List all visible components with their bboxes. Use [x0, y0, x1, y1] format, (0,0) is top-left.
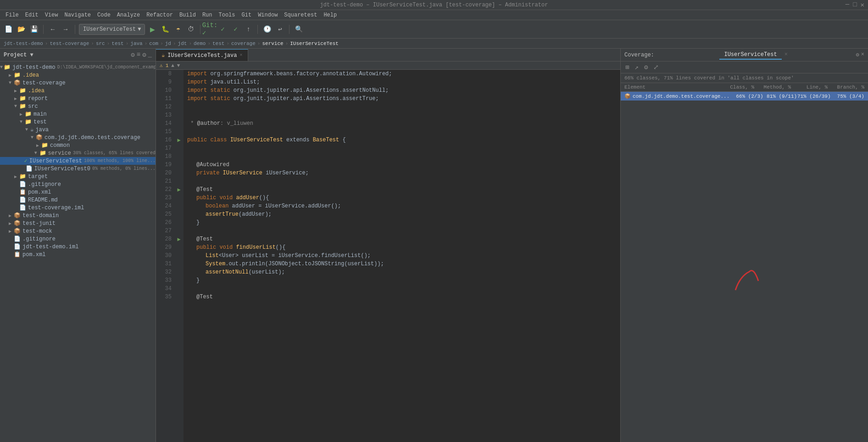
tree-pom[interactable]: 📋 pom.xml: [0, 188, 156, 196]
tree-iuserservicetest0[interactable]: 📄 IUserServiceTest0 0% methods, 0% lines…: [0, 165, 156, 173]
root-expand-icon: ▼: [0, 65, 3, 70]
menu-squaretest[interactable]: Squaretest: [281, 11, 320, 19]
search-button[interactable]: 🔍: [293, 24, 304, 35]
coverage-tab-close[interactable]: ×: [782, 50, 790, 60]
cov-export-btn[interactable]: ↗: [633, 62, 640, 72]
menu-git[interactable]: Git: [239, 11, 255, 19]
git-push[interactable]: ↑: [243, 24, 254, 35]
history-button[interactable]: 🕐: [262, 24, 273, 35]
tree-gitignore[interactable]: 📄 .gitignore: [0, 180, 156, 188]
code-editor[interactable]: 89101112 1314151617 1819202122 232425262…: [156, 70, 620, 442]
editor-tab-iuserservicetest[interactable]: ☕ IUserServiceTest.java ×: [156, 49, 248, 61]
menu-edit[interactable]: Edit: [22, 11, 41, 19]
tree-root-iml[interactable]: 📄 jdt-test-demo.iml: [0, 243, 156, 251]
tree-root-gitignore[interactable]: 📄 .gitignore: [0, 235, 156, 243]
menu-view[interactable]: View: [42, 11, 61, 19]
breadcrumb-jd[interactable]: jd: [165, 41, 171, 46]
profile-button[interactable]: ⏱: [185, 24, 196, 35]
new-button[interactable]: 📄: [3, 24, 14, 35]
close-button[interactable]: ✕: [861, 1, 864, 9]
save-button[interactable]: 💾: [28, 24, 39, 35]
tree-idea2[interactable]: ▶ 📁 .idea: [0, 87, 156, 95]
tree-test-coverage[interactable]: ▼ 📦 test-coverage: [0, 79, 156, 87]
coverage-gear-icon[interactable]: ⚙: [856, 51, 859, 58]
coverage-close-icon[interactable]: ×: [861, 51, 864, 58]
root-pom-icon: 📋: [14, 251, 21, 258]
menu-window[interactable]: Window: [255, 11, 280, 19]
tree-iml[interactable]: 📄 test-coverage.iml: [0, 204, 156, 212]
menu-file[interactable]: File: [3, 11, 22, 19]
menu-analyze[interactable]: Analyze: [114, 11, 143, 19]
sidebar-settings-icon[interactable]: ⚙: [131, 51, 134, 59]
cov-expand-btn[interactable]: ⤢: [651, 62, 661, 72]
tree-test-junit[interactable]: ▶ 📦 test-junit: [0, 219, 156, 227]
tree-target[interactable]: ▶ 📁 target: [0, 173, 156, 180]
breadcrumb-service[interactable]: service: [262, 41, 283, 46]
debug-button[interactable]: 🐛: [160, 24, 171, 35]
tree-test-mock[interactable]: ▶ 📦 test-mock: [0, 227, 156, 235]
breadcrumb-test2[interactable]: test: [212, 41, 224, 46]
coverage-button[interactable]: ☂: [172, 24, 184, 35]
warning-nav-down[interactable]: ▼: [177, 63, 180, 68]
menu-run[interactable]: Run: [200, 11, 215, 19]
run-config-dropdown[interactable]: IUserServiceTest ▼: [79, 24, 145, 35]
breadcrumb-coverage[interactable]: test-coverage: [50, 41, 89, 46]
java-label: java: [35, 127, 49, 133]
breadcrumb-jdt[interactable]: jdt-test-demo: [4, 41, 43, 46]
tab-close-icon[interactable]: ×: [239, 53, 242, 58]
iust0-coverage: 0% methods, 0% lines...: [92, 166, 156, 171]
breadcrumb-test[interactable]: test: [111, 41, 123, 46]
menu-help[interactable]: Help: [321, 11, 339, 19]
git-check2[interactable]: ✓: [230, 24, 241, 35]
sidebar-layout-icon[interactable]: ≡: [137, 51, 140, 59]
git-check1[interactable]: ✓: [217, 24, 228, 35]
tree-readme[interactable]: 📄 README.md: [0, 196, 156, 204]
tree-root-pom[interactable]: 📋 pom.xml: [0, 251, 156, 258]
tree-common[interactable]: ▶ 📁 common: [0, 141, 156, 149]
git-status[interactable]: Git: ✓: [204, 24, 215, 35]
cov-settings-btn[interactable]: ⚙: [642, 62, 650, 72]
back-button[interactable]: ←: [47, 24, 58, 35]
tree-src[interactable]: ▼ 📁 src: [0, 102, 156, 110]
sidebar-minimize-icon[interactable]: _: [148, 51, 152, 59]
tree-root[interactable]: ▼ 📁 jdt-test-demo D:\IDEA_WORKSPACE\jd_c…: [0, 63, 156, 71]
breadcrumb-active-file[interactable]: IUserServiceTest: [290, 41, 339, 46]
tree-main[interactable]: ▶ 📁 main: [0, 110, 156, 118]
undo-button[interactable]: ↩: [274, 24, 285, 35]
tree-test[interactable]: ▼ 📁 test: [0, 118, 156, 126]
menu-navigate[interactable]: Navigate: [61, 11, 94, 19]
run-button[interactable]: ▶: [147, 24, 158, 35]
menu-build[interactable]: Build: [177, 11, 199, 19]
menu-code[interactable]: Code: [95, 11, 113, 19]
maximize-button[interactable]: □: [853, 1, 857, 9]
tree-test-domain[interactable]: ▶ 📦 test-domain: [0, 212, 156, 219]
breadcrumb-demo[interactable]: demo: [194, 41, 206, 46]
coverage-tab-iuserservice[interactable]: IUserServiceTest: [719, 50, 781, 60]
breadcrumb-coverage2[interactable]: coverage: [231, 41, 256, 46]
coverage-data-row[interactable]: 📦 com.jd.jdt.demo.test.coverage... 66% (…: [621, 92, 868, 101]
coverage-element-name: com.jd.jdt.demo.test.coverage...: [633, 94, 729, 99]
code-content[interactable]: import org.springframework.beans.factory…: [184, 70, 620, 442]
cov-filter-btn[interactable]: ⊞: [623, 62, 631, 72]
coverage-chart-area: [621, 101, 868, 442]
test-icon: 📁: [25, 118, 32, 125]
open-button[interactable]: 📂: [16, 24, 27, 35]
breadcrumb-com[interactable]: com: [149, 41, 158, 46]
minimize-button[interactable]: ─: [846, 1, 849, 9]
forward-button[interactable]: →: [60, 24, 71, 35]
warning-nav-up[interactable]: ▲: [171, 63, 174, 68]
tree-java[interactable]: ▼ ☕ java: [0, 126, 156, 134]
tree-service[interactable]: ▼ 📁 service 30% classes, 65% lines cover…: [0, 149, 156, 157]
tree-report[interactable]: ▶ 📁 report: [0, 95, 156, 102]
testjunit-label: test-junit: [22, 220, 56, 227]
window-controls[interactable]: ─ □ ✕: [846, 1, 864, 9]
tree-iuserservicetest[interactable]: ✓ IUserServiceTest 100% methods, 100% li…: [0, 157, 156, 165]
sidebar-gear-icon[interactable]: ⚙: [142, 51, 146, 59]
tree-idea[interactable]: ▶ 📁 .idea: [0, 71, 156, 79]
breadcrumb-jdt2[interactable]: jdt: [178, 41, 187, 46]
tree-package[interactable]: ▼ 📦 com.jd.jdt.demo.test.coverage: [0, 134, 156, 141]
menu-tools[interactable]: Tools: [216, 11, 238, 19]
menu-refactor[interactable]: Refactor: [144, 11, 176, 19]
breadcrumb-java[interactable]: java: [130, 41, 142, 46]
breadcrumb-src[interactable]: src: [96, 41, 105, 46]
